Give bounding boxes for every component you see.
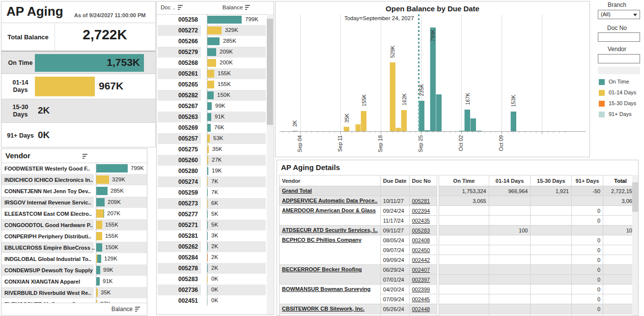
doc-row-numband[interactable]: 005266 bbox=[158, 36, 201, 47]
vendor-link[interactable]: CBSITEWORK CB Sitework, Inc. bbox=[282, 306, 364, 312]
vendor-link[interactable]: BCPHCO BC Phillips Company bbox=[282, 237, 362, 243]
doc-row-numband[interactable]: 005271 bbox=[158, 220, 201, 230]
doc-no-link[interactable]: 002408 bbox=[412, 237, 430, 243]
chart-bar[interactable] bbox=[390, 62, 395, 131]
doc-no-link[interactable]: 002445 bbox=[412, 296, 430, 302]
doc-row-barband[interactable]: 27K bbox=[207, 155, 266, 166]
doc-row-numband[interactable]: 005279 bbox=[158, 47, 201, 57]
doc-bar[interactable] bbox=[207, 297, 208, 305]
vendor-row-barband[interactable]: 99K bbox=[96, 264, 147, 276]
doc-row-barband[interactable]: 7K bbox=[207, 176, 266, 187]
vendor-link[interactable]: AMERDOOR American Door & Glass bbox=[282, 207, 376, 213]
chart-bar[interactable] bbox=[419, 101, 424, 131]
vendor-row-nameband[interactable]: INDGLOBAL Global Industrial To.. bbox=[1, 253, 94, 264]
doc-row-numband[interactable]: 005272 bbox=[158, 25, 201, 36]
vendor-link[interactable]: BECKERROOF Becker Roofing bbox=[282, 266, 362, 272]
doc-no-link[interactable]: 005283 bbox=[412, 228, 430, 233]
doc-no-link[interactable]: 002407 bbox=[412, 267, 430, 273]
sort-icon[interactable] bbox=[83, 154, 87, 160]
doc-row-barband[interactable]: 2K bbox=[207, 241, 266, 252]
doc-row-barband[interactable]: 155K bbox=[207, 68, 266, 79]
doc-no-cell[interactable]: 002442 bbox=[409, 255, 437, 265]
doc-row-numband[interactable]: 005263 bbox=[158, 112, 201, 122]
doc-no-cell[interactable]: 005283 bbox=[409, 226, 437, 235]
doc-no-cell[interactable]: 002394 bbox=[409, 206, 437, 216]
doc-bar[interactable] bbox=[207, 102, 212, 110]
doc-row-numband[interactable]: 005262 bbox=[158, 241, 201, 252]
docno-input[interactable] bbox=[598, 32, 640, 42]
doc-no-link[interactable]: 002448 bbox=[412, 306, 430, 312]
vendor-cell[interactable]: Grand Total bbox=[280, 186, 381, 196]
vendor-cell[interactable]: BCPHCO BC Phillips Company bbox=[280, 235, 381, 265]
vendor-cell[interactable]: CBSITEWORK CB Sitework, Inc. bbox=[280, 304, 381, 314]
doc-bar[interactable] bbox=[207, 200, 208, 207]
doc-no-cell[interactable]: 002397 bbox=[409, 275, 437, 285]
vendor-cell[interactable]: BOWMANSUR Bowman Surveying bbox=[280, 285, 381, 304]
doc-row-numband[interactable]: 005280 bbox=[158, 166, 201, 176]
doc-row-barband[interactable]: 35K bbox=[207, 144, 266, 155]
doc-no-link[interactable]: 002397 bbox=[412, 277, 430, 283]
legend-item[interactable]: 01-14 Days bbox=[599, 89, 643, 97]
vendor-cell[interactable]: AMERDOOR American Door & Glass bbox=[280, 206, 381, 226]
table-row[interactable]: CBSITEWORK CB Sitework, Inc.05/26/240024… bbox=[280, 304, 638, 314]
vendor-row-nameband[interactable]: INDICHICO ICHICO Electronics In.. bbox=[1, 174, 94, 185]
doc-bar[interactable] bbox=[207, 16, 242, 24]
vendor-row-barband[interactable]: 207K bbox=[96, 208, 147, 219]
vendor-row-barband[interactable]: 129K bbox=[96, 253, 147, 264]
doc-bar[interactable] bbox=[207, 81, 214, 88]
doc-no-cell[interactable]: 002407 bbox=[409, 265, 437, 275]
chart-bar[interactable] bbox=[361, 111, 366, 131]
doc-row-numband[interactable]: 002451 bbox=[158, 295, 201, 306]
doc-row-numband[interactable]: 005273 bbox=[158, 198, 201, 209]
table-row[interactable]: BCPHCO BC Phillips Company08/05/24002408… bbox=[280, 235, 638, 245]
chart-bar[interactable] bbox=[430, 28, 436, 131]
doc-scrollbar-thumb[interactable] bbox=[267, 19, 273, 125]
vendor-row-barband[interactable]: 329K bbox=[96, 174, 147, 185]
doc-row-barband[interactable]: 3K bbox=[207, 230, 266, 241]
doc-bar[interactable] bbox=[207, 286, 208, 294]
doc-no-cell[interactable]: 002450 bbox=[409, 245, 437, 255]
vendor-row-nameband[interactable]: ELEEASTCOM East COM Electro.. bbox=[1, 208, 94, 219]
doc-row-barband[interactable]: 285K bbox=[207, 36, 266, 47]
legend-item[interactable]: On Time bbox=[599, 79, 643, 86]
doc-row-barband[interactable]: 329K bbox=[207, 25, 266, 36]
vendor-link[interactable]: ATDSECUR ATD Security Services, I.. bbox=[282, 227, 378, 233]
table-row[interactable]: AMERDOOR American Door & Glass09/24/2400… bbox=[280, 206, 638, 216]
doc-bar[interactable] bbox=[207, 221, 208, 229]
chart-bar[interactable] bbox=[292, 131, 298, 131]
doc-no-cell[interactable]: 002448 bbox=[409, 304, 437, 314]
vendor-row-nameband[interactable]: EBLUECROSS Empire BlueCross .. bbox=[1, 242, 94, 253]
vendor-cell[interactable]: ATDSECUR ATD Security Services, I.. bbox=[280, 226, 381, 235]
chart-bar[interactable] bbox=[470, 118, 476, 131]
doc-row-numband[interactable]: 005281 bbox=[158, 230, 201, 241]
doc-bar[interactable] bbox=[207, 113, 211, 121]
doc-no-link[interactable]: 002450 bbox=[412, 247, 430, 253]
doc-row-barband[interactable]: 155K bbox=[207, 79, 266, 90]
doc-row-barband[interactable]: 76K bbox=[207, 122, 266, 133]
doc-no-link[interactable]: 002435 bbox=[412, 218, 430, 224]
vendor-row-nameband[interactable]: IRSGOV Internal Revenue Servic.. bbox=[1, 197, 94, 208]
vendor-row-barband[interactable]: 799K bbox=[96, 163, 147, 174]
doc-scrollbar[interactable] bbox=[267, 14, 273, 315]
sort-icon[interactable] bbox=[135, 307, 140, 313]
branch-dropdown[interactable]: (All) bbox=[598, 10, 640, 19]
vendor-bar[interactable] bbox=[96, 175, 109, 184]
doc-row-barband[interactable]: 5K bbox=[207, 209, 266, 220]
doc-row-numband[interactable]: 005274 bbox=[158, 176, 201, 187]
doc-row-numband[interactable]: 005275 bbox=[158, 144, 201, 155]
vendor-bar[interactable] bbox=[96, 187, 108, 195]
doc-bar[interactable] bbox=[207, 59, 216, 67]
doc-row-numband[interactable]: 005267 bbox=[158, 101, 201, 112]
vendor-row-barband[interactable]: 150K bbox=[96, 242, 147, 253]
doc-bar[interactable] bbox=[207, 156, 208, 164]
vendor-row-nameband[interactable]: CONPERIPH Periphery Distributi.. bbox=[1, 230, 94, 242]
doc-row-barband[interactable]: 2K bbox=[207, 263, 266, 274]
doc-row-numband[interactable]: 005260 bbox=[158, 155, 201, 166]
doc-bar[interactable] bbox=[207, 37, 220, 45]
doc-row-numband[interactable]: 005284 bbox=[158, 252, 201, 263]
vendor-cell[interactable]: ADPSERVICE Automatic Data Proce.. bbox=[280, 196, 381, 206]
vendor-row-nameband[interactable]: RIVERBUILD Riverbuild West Re.. bbox=[1, 287, 94, 298]
vendor-input[interactable] bbox=[598, 54, 640, 63]
chart-bar[interactable] bbox=[355, 124, 361, 131]
details-scrollbar-thumb[interactable] bbox=[632, 182, 639, 212]
